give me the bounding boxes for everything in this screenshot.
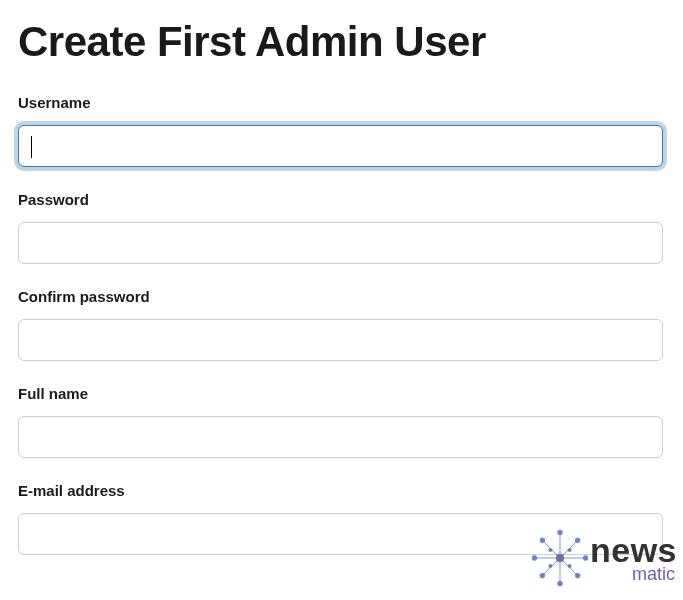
label-email: E-mail address (18, 482, 665, 499)
label-fullname: Full name (18, 385, 665, 402)
watermark-logo: news matic (528, 526, 677, 590)
label-username: Username (18, 94, 665, 111)
network-icon (528, 526, 592, 590)
form-group-confirm-password: Confirm password (18, 288, 665, 361)
svg-point-18 (549, 564, 552, 567)
confirm-password-input[interactable] (18, 319, 663, 361)
watermark-brand-top: news (590, 533, 677, 567)
svg-point-9 (558, 530, 563, 535)
form-group-fullname: Full name (18, 385, 665, 458)
fullname-input[interactable] (18, 416, 663, 458)
password-input[interactable] (18, 222, 663, 264)
svg-point-12 (575, 573, 580, 578)
username-input[interactable] (18, 125, 663, 167)
svg-point-13 (558, 581, 563, 586)
watermark-text: news matic (590, 533, 677, 583)
svg-point-10 (575, 538, 580, 543)
label-password: Password (18, 191, 665, 208)
svg-point-15 (532, 556, 537, 561)
svg-point-17 (568, 548, 571, 551)
svg-point-14 (540, 573, 545, 578)
svg-point-19 (549, 548, 552, 551)
form-group-password: Password (18, 191, 665, 264)
svg-point-11 (583, 556, 588, 561)
svg-point-20 (568, 564, 571, 567)
page-title: Create First Admin User (18, 18, 665, 66)
form-group-username: Username (18, 94, 665, 167)
svg-point-16 (540, 538, 545, 543)
svg-point-8 (556, 554, 564, 562)
watermark-brand-bottom: matic (590, 565, 675, 583)
label-confirm-password: Confirm password (18, 288, 665, 305)
